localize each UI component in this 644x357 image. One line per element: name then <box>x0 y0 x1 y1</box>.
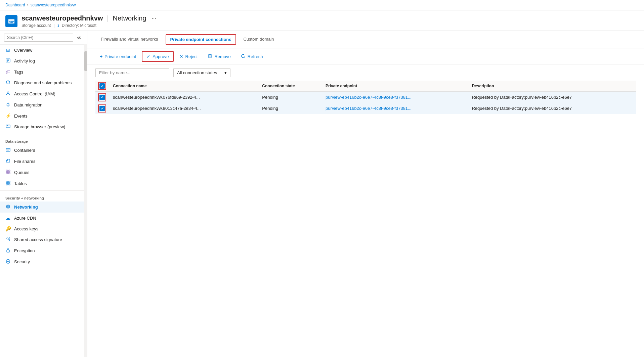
svg-point-34 <box>9 237 10 238</box>
sidebar-collapse-button[interactable]: ≪ <box>75 34 83 41</box>
column-description: Description <box>468 81 636 92</box>
tab-firewalls[interactable]: Firewalls and virtual networks <box>95 33 164 46</box>
row2-connection-name: scanwesteuropeedhnkvw.8013c47a-2e34-4... <box>109 103 258 114</box>
info-icon: ℹ <box>57 23 59 28</box>
tab-custom-domain[interactable]: Custom domain <box>238 33 280 46</box>
dropdown-arrow-icon: ▾ <box>224 70 227 75</box>
svg-rect-21 <box>8 170 10 172</box>
svg-point-33 <box>7 238 8 239</box>
svg-rect-20 <box>6 170 8 172</box>
row2-checkbox-cell[interactable]: ✓ <box>95 103 109 114</box>
breadcrumb: Dashboard › scanwesteuropeedhnkvw <box>0 0 644 10</box>
table-row[interactable]: ✓ scanwesteuropeedhnkvw.8013c47a-2e34-4.… <box>95 103 636 114</box>
search-input[interactable] <box>4 34 73 42</box>
reject-icon: ✕ <box>179 54 183 59</box>
row2-private-endpoint[interactable]: purview-eb416b2c-e6e7-4c8f-9ce8-f37381..… <box>321 103 468 114</box>
security-networking-section-label: Security + networking <box>0 192 87 202</box>
select-all-header[interactable]: ✓ <box>95 81 109 92</box>
events-icon: ⚡ <box>5 113 11 119</box>
content-area: Firewalls and virtual networks Private e… <box>87 31 644 357</box>
sidebar-item-overview[interactable]: ⊞ Overview <box>0 45 87 55</box>
select-all-checkbox[interactable]: ✓ <box>99 83 105 89</box>
directory-label: Directory: Microsoft <box>62 23 96 28</box>
sidebar-item-file-shares[interactable]: File shares <box>0 156 87 167</box>
azure-cdn-icon: ☁ <box>5 215 11 221</box>
filter-by-name-input[interactable] <box>95 68 169 77</box>
access-keys-icon: 🔑 <box>5 226 11 231</box>
connection-state-dropdown[interactable]: All connection states ▾ <box>173 68 230 77</box>
row2-connection-state: Pending <box>258 103 321 114</box>
svg-point-15 <box>7 125 7 126</box>
tags-icon: 🏷 <box>5 69 11 75</box>
sidebar-item-activity-log[interactable]: Activity log <box>0 55 87 66</box>
sidebar-item-azure-cdn[interactable]: ☁ Azure CDN <box>0 213 87 223</box>
sidebar-item-access-control[interactable]: Access Control (IAM) <box>0 88 87 99</box>
encryption-icon <box>5 248 11 254</box>
svg-rect-13 <box>6 125 10 128</box>
svg-rect-25 <box>8 181 10 183</box>
sidebar-item-networking[interactable]: Networking <box>0 202 87 213</box>
table-container: ✓ Connection name Connection state Priva… <box>87 81 644 122</box>
sidebar-item-security[interactable]: Security <box>0 256 87 267</box>
remove-button[interactable]: Remove <box>203 51 235 62</box>
sidebar-item-diagnose[interactable]: Diagnose and solve problems <box>0 77 87 88</box>
more-options-button[interactable]: ··· <box>152 15 156 21</box>
svg-point-39 <box>8 251 8 252</box>
sidebar-item-shared-access-signature[interactable]: Shared access signature <box>0 234 87 245</box>
header-separator: | <box>107 14 109 22</box>
activity-log-icon <box>5 58 11 64</box>
reject-button[interactable]: ✕ Reject <box>175 51 202 61</box>
sidebar-item-events[interactable]: ⚡ Events <box>0 110 87 121</box>
sidebar-item-access-keys[interactable]: 🔑 Access keys <box>0 223 87 234</box>
sidebar-search-container: ≪ <box>0 31 87 45</box>
sidebar-item-tables[interactable]: Tables <box>0 178 87 189</box>
overview-icon: ⊞ <box>5 47 11 53</box>
remove-icon <box>208 54 212 59</box>
tabs-bar: Firewalls and virtual networks Private e… <box>87 31 644 48</box>
svg-point-35 <box>9 240 10 241</box>
svg-rect-18 <box>6 148 10 149</box>
row1-description: Requested by DataFactory:purview-eb416b2… <box>468 92 636 103</box>
resource-type-label: Storage account <box>22 23 51 28</box>
svg-rect-3 <box>10 21 14 22</box>
svg-rect-27 <box>8 183 10 185</box>
shared-access-icon <box>5 237 11 242</box>
column-private-endpoint: Private endpoint <box>321 81 468 92</box>
svg-rect-22 <box>6 172 8 174</box>
row1-private-endpoint[interactable]: purview-eb416b2c-e6e7-4c8f-9ce8-f37381..… <box>321 92 468 103</box>
svg-line-37 <box>8 239 9 240</box>
column-connection-name: Connection name <box>109 81 258 92</box>
add-private-endpoint-button[interactable]: + Private endpoint <box>95 51 140 61</box>
sidebar-item-containers[interactable]: Containers <box>0 145 87 156</box>
tab-private-endpoint[interactable]: Private endpoint connections <box>166 34 236 45</box>
sidebar-item-encryption[interactable]: Encryption <box>0 245 87 256</box>
svg-rect-4 <box>10 22 13 23</box>
svg-point-16 <box>7 125 8 126</box>
sidebar-item-storage-browser[interactable]: Storage browser (preview) <box>0 121 87 132</box>
sidebar-item-tags[interactable]: 🏷 Tags <box>0 66 87 77</box>
approve-button[interactable]: ✓ Approve <box>142 52 173 61</box>
svg-rect-40 <box>209 55 211 58</box>
connections-table: ✓ Connection name Connection state Priva… <box>95 81 636 114</box>
column-connection-state: Connection state <box>258 81 321 92</box>
resource-icon <box>5 15 17 27</box>
sidebar-item-queues[interactable]: Queues <box>0 167 87 178</box>
row1-checkbox[interactable]: ✓ <box>99 95 105 100</box>
toolbar: + Private endpoint ✓ Approve ✕ Reject Re… <box>87 48 644 65</box>
breadcrumb-chevron: › <box>27 3 29 7</box>
svg-rect-26 <box>6 183 8 185</box>
breadcrumb-resource[interactable]: scanwesteuropeedhnkvw <box>31 3 76 7</box>
table-row[interactable]: ✓ scanwesteuropeedhnkvw.076fd869-2392-4.… <box>95 92 636 103</box>
security-icon <box>5 259 11 265</box>
row2-checkbox[interactable]: ✓ <box>99 106 105 111</box>
svg-point-2 <box>9 21 10 23</box>
access-control-icon <box>5 91 11 97</box>
row1-checkbox-cell[interactable]: ✓ <box>95 92 109 103</box>
sidebar-item-data-migration[interactable]: Data migration <box>0 99 87 110</box>
refresh-button[interactable]: Refresh <box>237 51 267 62</box>
row1-connection-name: scanwesteuropeedhnkvw.076fd869-2392-4... <box>109 92 258 103</box>
svg-rect-23 <box>8 172 10 174</box>
refresh-icon <box>241 54 246 59</box>
breadcrumb-dashboard[interactable]: Dashboard <box>5 3 25 7</box>
svg-point-12 <box>7 92 9 93</box>
